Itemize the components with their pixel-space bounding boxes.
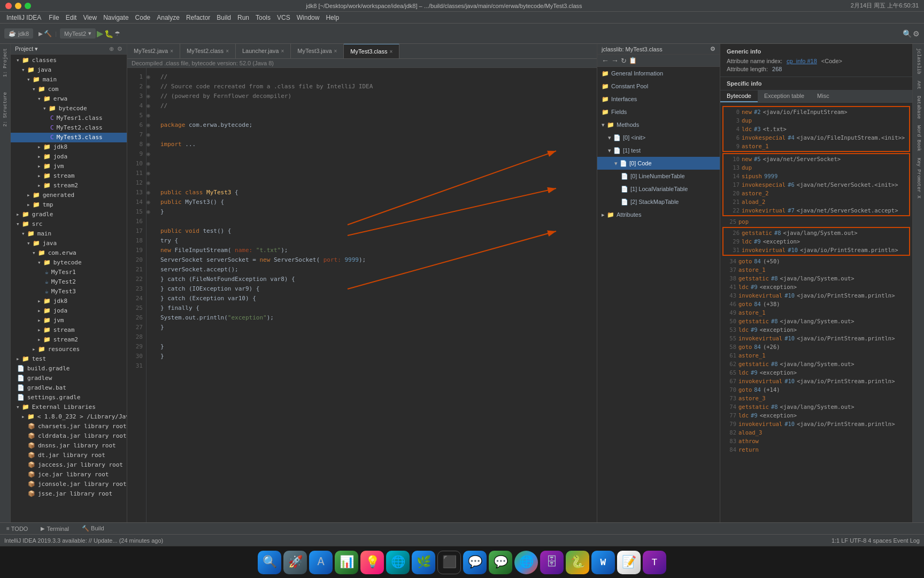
menu-item-vcs[interactable]: VCS [274, 13, 294, 22]
tree-item-buildgradle[interactable]: 📄build.gradle [11, 364, 127, 374]
tree-item-jdk8[interactable]: ▸📁jdk8 [11, 142, 127, 152]
menu-item-file[interactable]: File [45, 13, 62, 22]
close-icon[interactable]: × [170, 48, 173, 54]
tree-item-charsets[interactable]: 📦charsets.jar library root [11, 422, 127, 431]
close-icon[interactable]: × [389, 49, 392, 55]
dock-icon-pycharm[interactable]: 🐍 [566, 551, 589, 574]
project-icon-1[interactable]: ⊕ [109, 45, 114, 52]
tree-item-jsse[interactable]: 📦jsse.jar library root [11, 489, 127, 499]
tree-item-stream[interactable]: ▸📁stream [11, 171, 127, 181]
close-icon[interactable]: × [334, 48, 337, 54]
dock-icon-numbers[interactable]: 📊 [335, 551, 358, 574]
attr-name-index-value[interactable]: cp_info #18 [787, 58, 817, 64]
tree-item[interactable]: ▾📁com [11, 85, 127, 94]
tab-mytest2-class[interactable]: MyTest2.class × [180, 44, 236, 58]
project-icon-2[interactable]: ⚙ [117, 45, 122, 52]
dock-icon-launchpad[interactable]: 🚀 [283, 551, 307, 574]
bottom-tab-terminal[interactable]: ▶ Terminal [34, 524, 75, 533]
run-config-selector[interactable]: MyTest2 ▾ [60, 28, 96, 39]
close-icon[interactable]: × [226, 48, 229, 54]
tree-item-resources[interactable]: ▸📁resources [11, 345, 127, 354]
jc-item-attributes[interactable]: ▸ 📁 Attributes [597, 208, 720, 221]
tree-item-jaccess[interactable]: 📦jaccess.jar library root [11, 460, 127, 470]
menu-item-refactor[interactable]: Refactor [183, 13, 213, 22]
vtab-keypromoter[interactable]: Key Promoter X [915, 156, 922, 201]
coverage-button[interactable]: ☂ [114, 30, 120, 37]
debug-button[interactable]: 🐛 [104, 29, 113, 38]
jc-item-constant-pool[interactable]: 📁 Constant Pool [597, 80, 720, 93]
menu-item-view[interactable]: View [80, 13, 100, 22]
nav-back-button[interactable]: ← [602, 56, 609, 65]
close-icon[interactable]: × [281, 48, 284, 54]
tree-item-dt[interactable]: 📦dt.jar library root [11, 451, 127, 460]
vtab-structure[interactable]: 2: Structure [2, 90, 9, 129]
tree-item-jvm[interactable]: ▸📁jvm [11, 162, 127, 171]
tree-item[interactable]: ▾📁erwa [11, 94, 127, 104]
tab-mytest3-class[interactable]: MyTest3.class × [344, 44, 399, 58]
tree-item-stream-src[interactable]: ▸📁stream [11, 325, 127, 335]
bottom-tab-todo[interactable]: ≡ TODO [0, 524, 34, 533]
code-content[interactable]: // // Source code recreated from a .clas… [154, 68, 597, 522]
jc-item-linenumber[interactable]: 📄 [0] LineNumberTable [597, 170, 720, 182]
menu-item-intellij[interactable]: IntelliJ IDEA [2, 13, 45, 22]
jc-item-fields[interactable]: 📁 Fields [597, 105, 720, 118]
jc-item-code[interactable]: ▾ 📄 [0] Code [597, 157, 720, 170]
tab-bytecode[interactable]: Bytecode [720, 90, 758, 102]
jc-item-general[interactable]: 📁 General Information [597, 67, 720, 80]
project-selector[interactable]: ☕ jdk8 [4, 28, 33, 39]
dock-icon-appstore[interactable]: A [309, 551, 333, 574]
tree-item-mytesr1[interactable]: CMyTesr1.class [11, 113, 127, 123]
dock-icon-textedit[interactable]: 📝 [617, 551, 641, 574]
tree-item-joda[interactable]: ▸📁joda [11, 152, 127, 162]
jc-item-stackmap[interactable]: 📄 [2] StackMapTable [597, 195, 720, 208]
dock-icon-chrome[interactable]: 🌐 [514, 551, 538, 574]
build-button[interactable]: ▸ [38, 28, 43, 39]
nav-refresh-button[interactable]: ↻ [621, 57, 627, 65]
jclasslib-settings-icon[interactable]: ⚙ [710, 45, 715, 52]
vtab-database[interactable]: Database [915, 94, 922, 121]
tree-item[interactable]: ▾📁bytecode [11, 104, 127, 113]
menu-item-edit[interactable]: Edit [63, 13, 80, 22]
menu-item-analyze[interactable]: Analyze [153, 13, 183, 22]
menu-item-build[interactable]: Build [213, 13, 234, 22]
menu-item-window[interactable]: Window [294, 13, 323, 22]
tree-item-dnsns[interactable]: 📦dnsns.jar library root [11, 441, 127, 451]
code-editor[interactable]: 12345 678910 1112131415 1617181920 21222… [127, 68, 597, 522]
tree-item-gradlewbat[interactable]: 📄gradlew.bat [11, 383, 127, 393]
menu-item-run[interactable]: Run [234, 13, 252, 22]
tree-item-stream2[interactable]: ▸📁stream2 [11, 181, 127, 191]
tree-item-comerwa[interactable]: ▾📁com.erwa [11, 248, 127, 258]
dock-icon-qq[interactable]: 💬 [463, 551, 487, 574]
menu-item-tools[interactable]: Tools [252, 13, 274, 22]
tree-item-main[interactable]: ▾📁main [11, 229, 127, 239]
traffic-light-red[interactable] [5, 3, 12, 9]
tree-item-mytest3-java[interactable]: ☕MyTest3 [11, 287, 127, 296]
traffic-light-green[interactable] [25, 3, 31, 9]
tree-item-external-libs[interactable]: ▾📁External Libraries [11, 402, 127, 412]
toolbar-btn-1[interactable]: 🔨 [44, 30, 52, 37]
tree-item-generated[interactable]: ▸📁generated [11, 191, 127, 200]
vtab-ant[interactable]: Ant [915, 79, 922, 92]
tree-item-test[interactable]: ▸📁test [11, 354, 127, 364]
tree-item-jdk8-src[interactable]: ▸📁jdk8 [11, 296, 127, 306]
tree-item-mytest3-class[interactable]: CMyTest3.class [11, 133, 127, 142]
tree-item-jce[interactable]: 📦jce.jar library root [11, 470, 127, 480]
dock-icon-terminal[interactable]: ⬛ [437, 551, 461, 574]
tree-item-tmp[interactable]: ▸📁tmp [11, 200, 127, 210]
tree-item-cldrdata[interactable]: 📦cldrdata.jar library root [11, 431, 127, 441]
tree-item-joda-src[interactable]: ▸📁joda [11, 306, 127, 316]
tree-item-gradlew[interactable]: 📄gradlew [11, 374, 127, 383]
dock-icon-datagrip[interactable]: 🗄 [540, 551, 564, 574]
dock-icon-intellij[interactable]: 💡 [360, 551, 384, 574]
bottom-tab-build[interactable]: 🔨 Build [75, 524, 111, 533]
nav-forward-button[interactable]: → [611, 56, 619, 65]
nav-copy-button[interactable]: 📋 [629, 57, 637, 64]
tree-item-stream2-src[interactable]: ▸📁stream2 [11, 335, 127, 345]
tree-item[interactable]: ▾📁main [11, 75, 127, 85]
traffic-light-yellow[interactable] [15, 3, 21, 9]
dock-icon-finder[interactable]: 🔍 [258, 551, 281, 574]
tree-item[interactable]: ▾📁java [11, 65, 127, 75]
tree-item-jvm-src[interactable]: ▸📁jvm [11, 316, 127, 325]
jc-item-interfaces[interactable]: 📁 Interfaces [597, 93, 720, 105]
dock-icon-typora[interactable]: T [643, 551, 666, 574]
